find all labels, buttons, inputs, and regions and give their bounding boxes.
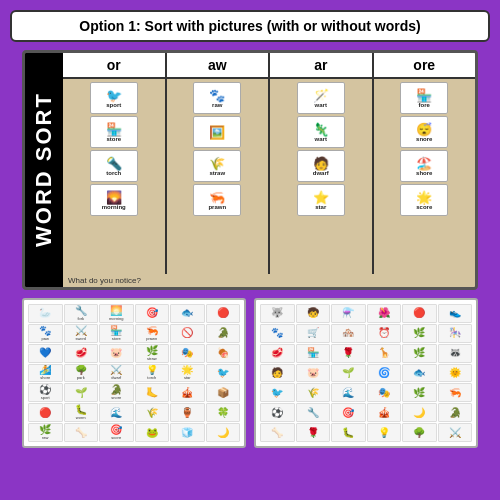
mini-pic-cell: 🌳: [402, 423, 437, 442]
mini-pic-cell: 🦐prawn: [135, 324, 170, 343]
small-grid-card-1: 🦢🔧fork🌅morning🎯🐟🔴🐾paw⚔️sword🏪store🦐prawn…: [22, 298, 246, 448]
mini-pic-cell: 🌀: [367, 364, 402, 383]
mini-pic-cell: 🐟: [170, 304, 205, 323]
mini-pic-cell: 🦶: [135, 383, 170, 402]
mini-pic-cell: 💡: [367, 423, 402, 442]
mini-pic-cell: 🎪: [170, 383, 205, 402]
mini-pic-cell: ⚽: [260, 403, 295, 422]
mini-pic-cell: 🛒: [296, 324, 331, 343]
word-sort-card: WORD SORT or aw ar ore 🐦sport 🏪store 🔦to…: [22, 50, 478, 290]
mini-pic-cell: 🎭: [170, 344, 205, 363]
mini-pic-cell: 🌙: [206, 423, 241, 442]
mini-pic-cell: 🌹: [296, 423, 331, 442]
pic-card: 🧑dwarf: [297, 150, 345, 182]
mini-pic-cell: ⏰: [367, 324, 402, 343]
mini-pic-cell: 🍀: [206, 403, 241, 422]
page-title: Option 1: Sort with pictures (with or wi…: [10, 10, 490, 42]
mini-pic-cell: 🎠: [438, 324, 473, 343]
mini-pic-cell: ⚔️sword: [64, 324, 99, 343]
pic-card: 🐾raw: [193, 82, 241, 114]
mini-pic-cell: 🌹: [331, 344, 366, 363]
mini-pic-cell: ⚽sport: [28, 383, 63, 402]
mini-pic-cell: 🔧: [296, 403, 331, 422]
mini-pic-cell: 📦: [206, 383, 241, 402]
grid-col-or: 🐦sport 🏪store 🔦torch 🌄morning: [63, 79, 167, 274]
mini-pic-cell: 🐷: [296, 364, 331, 383]
mini-pic-cell: 🌿: [402, 344, 437, 363]
mini-pic-cell: 🐦: [260, 383, 295, 402]
mini-pic-cell: 🔴: [402, 304, 437, 323]
mini-pic-cell: 🎯score: [99, 423, 134, 442]
bottom-cards: 🦢🔧fork🌅morning🎯🐟🔴🐾paw⚔️sword🏪store🦐prawn…: [22, 298, 478, 448]
mini-pic-cell: 🌟star: [170, 364, 205, 383]
mini-pic-cell: 🏘️: [331, 324, 366, 343]
mini-pic-cell: ⚗️: [331, 304, 366, 323]
mini-pic-cell: 🐾: [260, 324, 295, 343]
mini-pic-cell: 🌙: [402, 403, 437, 422]
pic-card: 🏪fore: [400, 82, 448, 114]
mini-pic-cell: 🏪: [296, 344, 331, 363]
mini-pic-cell: 🐷: [99, 344, 134, 363]
mini-pic-cell: 🌺: [367, 304, 402, 323]
pic-card: ⭐star: [297, 184, 345, 216]
mini-pic-cell: 🌱: [331, 364, 366, 383]
mini-pic-cell: 🦴: [260, 423, 295, 442]
mini-pic-cell: 🦝: [438, 344, 473, 363]
pic-card: 🖼️: [193, 116, 241, 148]
mini-pic-cell: 🦢: [28, 304, 63, 323]
mini-pic-cell: 🎯: [331, 403, 366, 422]
mini-pic-cell: 🏺: [170, 403, 205, 422]
grid-col-ore: 🏪fore 😴snore 🏖️shore 🌟score: [374, 79, 476, 274]
mini-pic-cell: 🌊: [99, 403, 134, 422]
mini-pic-cell: 🐸: [135, 423, 170, 442]
mini-pic-cell: 🐊snore: [99, 383, 134, 402]
mini-pic-cell: 🐛worm: [64, 403, 99, 422]
mini-pic-cell: 🦒: [367, 344, 402, 363]
mini-pic-cell: 🎪: [367, 403, 402, 422]
col-header-or: or: [63, 53, 167, 77]
mini-pic-cell: ⚔️: [438, 423, 473, 442]
mini-pic-cell: 🌿straw: [135, 344, 170, 363]
what-notice-text: What do you notice?: [63, 274, 146, 287]
mini-pic-cell: 👟: [438, 304, 473, 323]
mini-pic-cell: 🏪store: [99, 324, 134, 343]
mini-pic-cell: 🌅morning: [99, 304, 134, 323]
mini-pic-cell: 🐊: [438, 403, 473, 422]
small-grid-card-2: 🐺🧒⚗️🌺🔴👟🐾🛒🏘️⏰🌿🎠🥩🏪🌹🦒🌿🦝🧑🐷🌱🌀🐟🌞🐦🌾🌊🎭🌿🦐⚽🔧🎯🎪🌙🐊🦴🌹…: [254, 298, 478, 448]
pic-card: 🏪store: [90, 116, 138, 148]
pic-card: 😴snore: [400, 116, 448, 148]
mini-pic-cell: 🐛: [331, 423, 366, 442]
pic-card: 🌾straw: [193, 150, 241, 182]
pic-card: 🦐prawn: [193, 184, 241, 216]
word-sort-label: WORD SORT: [25, 53, 63, 287]
mini-pic-cell: 🌾: [135, 403, 170, 422]
pic-card: 🪄wart: [297, 82, 345, 114]
pic-card: 🏖️shore: [400, 150, 448, 182]
column-headers: or aw ar ore: [63, 53, 475, 79]
word-sort-grid-area: or aw ar ore 🐦sport 🏪store 🔦torch 🌄morni…: [63, 53, 475, 287]
mini-pic-cell: 🥩: [260, 344, 295, 363]
mini-pic-cell: 🐦: [206, 364, 241, 383]
mini-pic-cell: 🧑: [260, 364, 295, 383]
mini-pic-cell: 🌾: [296, 383, 331, 402]
mini-pic-cell: 🥩: [64, 344, 99, 363]
pic-card: 🌄morning: [90, 184, 138, 216]
mini-pic-cell: 🔴: [206, 304, 241, 323]
mini-pic-cell: 🌳park: [64, 364, 99, 383]
pic-card: 🌟score: [400, 184, 448, 216]
mini-pic-cell: 💙: [28, 344, 63, 363]
col-header-ar: ar: [270, 53, 374, 77]
mini-pic-cell: 🐺: [260, 304, 295, 323]
pic-card: 🦎wart: [297, 116, 345, 148]
mini-pic-cell: ⚔️dwarf: [99, 364, 134, 383]
mini-pic-cell: 🔴: [28, 403, 63, 422]
mini-pic-cell: 🏄shore: [28, 364, 63, 383]
main-content: WORD SORT or aw ar ore 🐦sport 🏪store 🔦to…: [10, 50, 490, 448]
mini-pic-cell: 🌞: [438, 364, 473, 383]
mini-pic-cell: 🔧fork: [64, 304, 99, 323]
mini-pic-cell: 🎯: [135, 304, 170, 323]
mini-pic-cell: 🎭: [367, 383, 402, 402]
mini-pic-cell: 🦴: [64, 423, 99, 442]
col-header-aw: aw: [167, 53, 271, 77]
mini-pic-cell: 🌊: [331, 383, 366, 402]
